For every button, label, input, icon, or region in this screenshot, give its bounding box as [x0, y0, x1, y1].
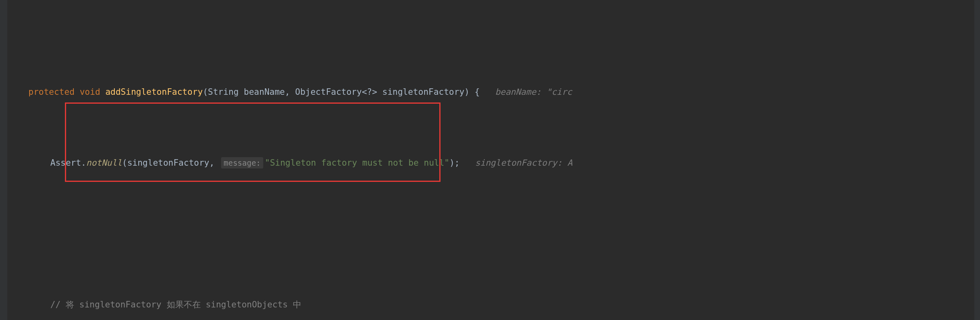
text: ) { — [464, 87, 480, 97]
param-type: String — [208, 87, 239, 97]
arg: singletonFactory — [127, 158, 209, 168]
text: . — [81, 158, 86, 168]
code-line[interactable]: // 将 singletonFactory 如果不在 singletonObje… — [0, 298, 980, 312]
param-name: singletonFactory — [382, 87, 464, 97]
text: ); — [449, 158, 460, 168]
method-call: notNull — [86, 158, 122, 168]
string-literal: "Singleton factory must not be null" — [265, 158, 449, 168]
text: ( — [203, 87, 208, 97]
text: Assert — [50, 158, 81, 168]
code-line[interactable]: protected void addSingletonFactory(Strin… — [0, 85, 980, 99]
text: ( — [122, 158, 127, 168]
text: , — [285, 87, 295, 97]
comment: // 将 singletonFactory 如果不在 singletonObje… — [50, 300, 301, 309]
keyword-protected: protected — [28, 87, 75, 97]
keyword-void: void — [80, 87, 100, 97]
param-hint: message: — [221, 157, 263, 169]
param-name: beanName — [244, 87, 285, 97]
inline-hint: beanName: "circ — [495, 87, 572, 97]
text: , — [209, 158, 219, 168]
code-line[interactable] — [0, 227, 980, 241]
code-editor[interactable]: protected void addSingletonFactory(Strin… — [0, 0, 980, 320]
inline-hint: singletonFactory: A — [475, 158, 572, 168]
param-type: ObjectFactory<?> — [295, 87, 377, 97]
code-line[interactable]: Assert.notNull(singletonFactory, message… — [0, 156, 980, 170]
method-name: addSingletonFactory — [105, 87, 203, 97]
